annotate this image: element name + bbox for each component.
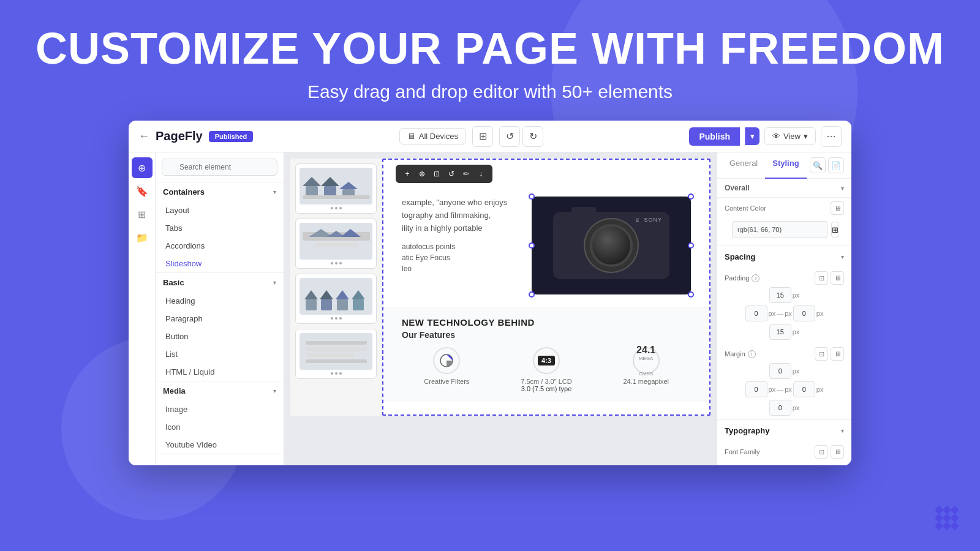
- thumb-img-2: [300, 223, 372, 260]
- resize-handle-ml[interactable]: [529, 242, 535, 249]
- features-list: autofocus points atic Eye Focus leo: [402, 241, 519, 274]
- margin-info-icon: i: [748, 350, 756, 358]
- redo-button[interactable]: ↻: [522, 126, 543, 147]
- panel-item-tabs[interactable]: Tabs: [156, 219, 284, 237]
- margin-bottom-input[interactable]: [769, 400, 791, 416]
- svg-rect-31: [935, 522, 943, 530]
- toolbar-copy-button[interactable]: ⊡: [430, 167, 443, 181]
- canvas-area: + ⊕ ⊡ ↺ ✏ ↓ example, "anyone who enjoyst…: [382, 159, 710, 416]
- font-link-icon[interactable]: ⊡: [815, 445, 828, 459]
- panel-item-accordions[interactable]: Accordions: [156, 237, 284, 255]
- typography-header[interactable]: Typography ▾: [717, 420, 851, 441]
- resize-handle-tl[interactable]: [529, 193, 535, 200]
- thumbnail-4[interactable]: [295, 329, 377, 379]
- padding-device-icon[interactable]: 🖥: [831, 271, 844, 285]
- padding-left-input[interactable]: [745, 305, 767, 321]
- megapixel-label: 24.1 megapixel: [601, 378, 691, 385]
- toolbar-refresh-button[interactable]: ↺: [445, 167, 458, 181]
- thumbnail-3[interactable]: [295, 274, 377, 324]
- font-family-row: Font Family ⊡ 🖥: [717, 441, 851, 465]
- margin-link-icon[interactable]: ⊡: [815, 347, 828, 361]
- toolbar-download-button[interactable]: ↓: [474, 167, 488, 181]
- thumbnail-1[interactable]: [295, 163, 377, 214]
- thumbnail-2[interactable]: [295, 219, 377, 269]
- floating-toolbar: + ⊕ ⊡ ↺ ✏ ↓: [396, 165, 492, 183]
- undo-button[interactable]: ↺: [499, 126, 520, 147]
- svg-rect-30: [951, 514, 959, 522]
- toolbar-edit-button[interactable]: ✏: [459, 167, 473, 181]
- svg-marker-3: [321, 177, 339, 186]
- toolbar-link-button[interactable]: ⊕: [415, 167, 429, 181]
- color-picker-button[interactable]: ⊞: [831, 222, 839, 238]
- camera-image: SONY α: [532, 197, 691, 294]
- margin-device-icon[interactable]: 🖥: [831, 347, 844, 361]
- margin-right-input[interactable]: [793, 381, 815, 397]
- resize-handle-tr[interactable]: [688, 193, 694, 200]
- svg-rect-28: [935, 514, 943, 522]
- devices-icon: 🖥: [407, 132, 415, 141]
- padding-top-unit: px: [793, 291, 800, 299]
- feature-item-2: atic Eye Focus: [402, 252, 519, 263]
- content-color-device-icon[interactable]: 🖥: [831, 201, 844, 215]
- search-box: 🔍: [156, 152, 284, 182]
- padding-bottom-row: px: [725, 324, 844, 340]
- svg-marker-19: [352, 290, 365, 299]
- panel-item-paragraph[interactable]: Paragraph: [156, 310, 284, 328]
- padding-top-input[interactable]: [769, 287, 791, 303]
- spacing-header[interactable]: Spacing ▾: [717, 246, 851, 268]
- back-button[interactable]: ←: [138, 130, 149, 143]
- padding-bottom-input[interactable]: [769, 324, 791, 340]
- overall-chevron-icon: ▾: [841, 185, 844, 192]
- padding-label-row: Padding i ⊡ 🖥: [725, 271, 844, 285]
- basic-title: Basic: [163, 278, 184, 287]
- padding-link-icon[interactable]: ⊡: [815, 271, 828, 285]
- panel-item-layout[interactable]: Layout: [156, 201, 284, 219]
- font-device-icon[interactable]: 🖥: [831, 445, 844, 459]
- resize-handle-mr[interactable]: [688, 242, 694, 249]
- svg-rect-33: [951, 522, 959, 530]
- lcd-icon: 4:3: [533, 347, 560, 374]
- feature-card-lcd: 4:3 7.5cm / 3.0" LCD 3.0 (7.5 cm) type: [502, 347, 592, 392]
- sidebar-icon-elements[interactable]: ⊕: [132, 157, 153, 178]
- all-devices-button[interactable]: 🖥 All Devices: [399, 128, 466, 144]
- margin-bottom-unit: px: [793, 404, 800, 411]
- devices-label: All Devices: [419, 132, 458, 141]
- sidebar-icon-layers[interactable]: ⊞: [132, 204, 153, 225]
- resize-handle-br[interactable]: [688, 291, 694, 298]
- sidebar-icon-assets[interactable]: 📁: [132, 227, 153, 248]
- spacing-section: Spacing ▾ Padding i ⊡ 🖥: [717, 246, 851, 420]
- svg-rect-23: [306, 359, 367, 363]
- margin-text: Margin: [725, 350, 745, 358]
- sidebar-icon-pages[interactable]: 🔖: [132, 181, 153, 201]
- feature-card-megapixel: 24.1 MEGA CMDS 24.1 megapixel: [601, 347, 691, 392]
- margin-left-input[interactable]: [745, 381, 767, 397]
- containers-header[interactable]: Containers ▾: [156, 182, 284, 201]
- svg-rect-12: [306, 299, 317, 310]
- padding-bottom-unit: px: [793, 328, 800, 335]
- resize-handle-bl[interactable]: [529, 291, 535, 298]
- toolbar-add-button[interactable]: +: [401, 167, 414, 181]
- preview-area: + ⊕ ⊡ ↺ ✏ ↓ example, "anyone who enjoyst…: [284, 152, 717, 465]
- feature-item-1: autofocus points: [402, 241, 519, 252]
- camera-lens: [590, 224, 633, 267]
- svg-rect-16: [337, 299, 348, 310]
- padding-right-unit: px: [785, 310, 792, 317]
- panel-item-slideshow[interactable]: Slideshow: [156, 255, 284, 272]
- search-input[interactable]: [162, 159, 277, 176]
- margin-top-input[interactable]: [769, 363, 791, 379]
- padding-right-input[interactable]: [793, 305, 815, 321]
- svg-marker-13: [304, 290, 318, 299]
- margin-label-row: Margin i ⊡ 🖥: [725, 347, 844, 361]
- basic-header[interactable]: Basic ▾: [156, 273, 284, 292]
- padding-middle-row: px — px px: [725, 305, 844, 321]
- padding-left-unit: px: [769, 310, 776, 317]
- margin-right-unit: px: [785, 386, 792, 393]
- grid-view-button[interactable]: ⊞: [472, 126, 493, 147]
- camera-body: SONY α: [553, 212, 669, 279]
- padding-right-unit2: px: [816, 310, 824, 317]
- panel-item-heading[interactable]: Heading: [156, 292, 284, 310]
- lcd-label: 7.5cm / 3.0" LCD: [502, 378, 592, 385]
- margin-top-unit: px: [793, 367, 800, 375]
- canvas-text-section: example, "anyone who enjoystography and …: [402, 197, 519, 294]
- svg-rect-29: [943, 514, 951, 522]
